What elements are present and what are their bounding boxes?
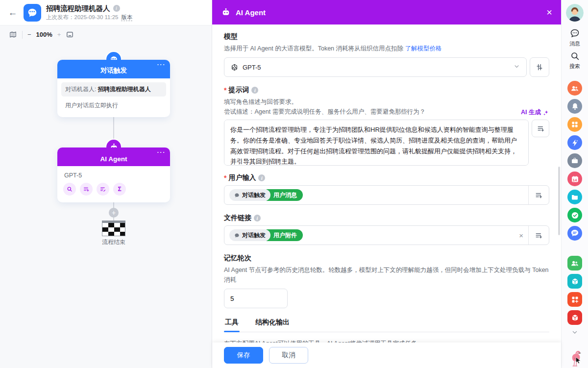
- avatar[interactable]: [566, 4, 584, 22]
- fit-view-icon[interactable]: [66, 30, 74, 39]
- sidebar-app-drive[interactable]: [567, 190, 582, 204]
- chat-bubble-icon: [234, 233, 240, 238]
- minimap-icon[interactable]: [9, 30, 17, 39]
- sidebar-app-calendar[interactable]: 14: [567, 172, 582, 186]
- sidebar-app-notifications[interactable]: [567, 99, 582, 114]
- panel-footer: 保存 取消: [212, 343, 561, 368]
- panel-scrollbar[interactable]: [558, 167, 560, 235]
- flow-end-flag-icon: [102, 221, 125, 236]
- robot-icon: [221, 7, 231, 17]
- add-node-button[interactable]: +: [109, 208, 119, 218]
- chat-bubble-icon: [234, 193, 240, 198]
- sidebar-app-docs[interactable]: [567, 226, 582, 241]
- folder-icon: [570, 193, 579, 201]
- cube-icon: [570, 277, 580, 286]
- model-select[interactable]: GPT-5: [224, 57, 527, 77]
- prompt-textarea[interactable]: 你是一个招聘流程管理助理，专注于为招聘团队和HR提供职位信息和候选人资料的智能查…: [224, 120, 529, 166]
- lightning-icon: [570, 138, 580, 147]
- cube-icon: [570, 313, 580, 322]
- user-input-label: 用户输入: [228, 173, 256, 182]
- close-icon[interactable]: ×: [546, 7, 552, 17]
- model-settings-button[interactable]: [530, 57, 549, 77]
- sidebar-item-messages[interactable]: 消息: [569, 28, 580, 48]
- check-badge-icon: [570, 210, 580, 221]
- memory-description: AI Agent 节点可参考的历史消息轮数。轮数越多，模型对上下文的理解能力越强…: [224, 265, 549, 285]
- panel-tabs: 工具 结构化输出: [224, 315, 549, 332]
- zoom-in-button[interactable]: +: [57, 31, 61, 38]
- insert-variable-button[interactable]: [528, 226, 549, 245]
- variable-tag[interactable]: 对话触发 用户附件: [229, 229, 303, 241]
- sigma-tool-icon[interactable]: Σ: [113, 183, 126, 196]
- save-button[interactable]: 保存: [224, 347, 263, 364]
- ai-agent-node[interactable]: AI Agent ··· GPT-5 Σ: [57, 147, 170, 202]
- panel-title: AI Agent: [236, 8, 266, 17]
- bot-title: 招聘流程助理机器人: [46, 4, 110, 13]
- briefcase-icon: [570, 156, 579, 165]
- back-button[interactable]: ←: [7, 7, 19, 18]
- cancel-button[interactable]: 取消: [269, 347, 308, 364]
- chat-bubble-icon: [569, 28, 580, 39]
- model-pricing-link[interactable]: 了解模型价格: [405, 45, 442, 52]
- memory-rounds-input[interactable]: [224, 289, 288, 308]
- insert-variable-button[interactable]: [528, 186, 549, 204]
- prompt-desc-2: 尝试描述：Agent 需要完成说明任务、服务什么用户、需要避免那些行为？: [224, 107, 425, 117]
- workflow-canvas: ← ••• 招聘流程助理机器人 i 上次发布：2025-09-30 11:25 …: [0, 0, 212, 368]
- search-tool-icon[interactable]: [63, 183, 76, 196]
- agent-config-panel: AI Agent × 模型 选择用于 AI Agent 的大语言模型。Token…: [212, 0, 561, 368]
- insert-variable-button[interactable]: [532, 120, 549, 137]
- info-icon[interactable]: i: [258, 174, 265, 181]
- user-input-field[interactable]: 对话触发 用户消息: [224, 185, 549, 205]
- bell-icon: [570, 102, 580, 111]
- sidebar-app-base[interactable]: [567, 274, 582, 289]
- model-label: 模型: [224, 32, 238, 41]
- app-window: ← ••• 招聘流程助理机器人 i 上次发布：2025-09-30 11:25 …: [0, 0, 588, 368]
- tab-tools[interactable]: 工具: [224, 315, 240, 332]
- trigger-node[interactable]: ••• 对话触发 ··· 对话机器人: 招聘流程助理机器人 用户对话后立即执行: [57, 60, 170, 117]
- panel-header: AI Agent ×: [212, 0, 561, 25]
- sidebar-app-box[interactable]: [567, 310, 582, 325]
- trigger-node-title: 对话触发: [100, 66, 127, 75]
- flow-end-label: 流程结束: [57, 238, 170, 246]
- chevron-down-icon[interactable]: [571, 328, 579, 338]
- info-icon[interactable]: i: [254, 215, 261, 221]
- chat-lines-icon: [570, 228, 580, 238]
- openai-logo-icon: [230, 63, 239, 72]
- info-icon[interactable]: i: [113, 5, 120, 12]
- sidebar-app-workplace[interactable]: [567, 117, 582, 132]
- sidebar-app-ai[interactable]: [567, 135, 582, 150]
- zoom-out-button[interactable]: −: [27, 31, 31, 38]
- version-link[interactable]: 版本: [121, 14, 132, 21]
- sidebar-app-people[interactable]: [567, 256, 582, 270]
- zoom-level: 100%: [36, 31, 52, 38]
- prompt-label: 提示词: [228, 86, 249, 95]
- agent-node-title: AI Agent: [100, 155, 127, 163]
- clear-icon[interactable]: ×: [514, 231, 528, 240]
- bot-app-icon: •••: [24, 4, 41, 22]
- sidebar-app-work[interactable]: [567, 153, 582, 168]
- agent-model-label: GPT-5: [61, 170, 166, 183]
- edit-record-tool-icon[interactable]: [97, 183, 109, 196]
- insert-record-tool-icon[interactable]: [80, 183, 93, 196]
- sidebar-app-contacts[interactable]: [567, 81, 582, 96]
- ai-generate-button[interactable]: AI 生成: [521, 108, 549, 117]
- grid-plus-icon: [570, 295, 580, 304]
- node-menu-icon[interactable]: ···: [157, 61, 166, 68]
- file-link-label: 文件链接: [224, 214, 251, 222]
- trigger-exec-row: 用户对话后立即执行: [61, 98, 166, 113]
- info-icon[interactable]: i: [251, 87, 258, 94]
- variable-tag[interactable]: 对话触发 用户消息: [229, 189, 303, 201]
- sidebar-app-approval[interactable]: [567, 208, 582, 222]
- sidebar-app-grid[interactable]: [567, 292, 582, 307]
- sidebar-item-search[interactable]: 搜索: [569, 51, 580, 70]
- file-link-field[interactable]: 对话触发 用户附件 ×: [224, 225, 549, 245]
- chevron-down-icon: [513, 63, 520, 72]
- panel-body: 模型 选择用于 AI Agent 的大语言模型。Token 消耗将从组织信用点扣…: [212, 25, 561, 343]
- model-value: GPT-5: [243, 64, 261, 71]
- memory-label: 记忆轮次: [224, 254, 251, 263]
- sparkles-icon: [542, 109, 549, 116]
- node-menu-icon[interactable]: ···: [157, 148, 166, 156]
- contacts-icon: [570, 83, 580, 93]
- search-icon: [570, 51, 580, 61]
- tab-structured-output[interactable]: 结构化输出: [254, 315, 291, 332]
- app-sidebar: 消息 搜索 14: [561, 0, 588, 368]
